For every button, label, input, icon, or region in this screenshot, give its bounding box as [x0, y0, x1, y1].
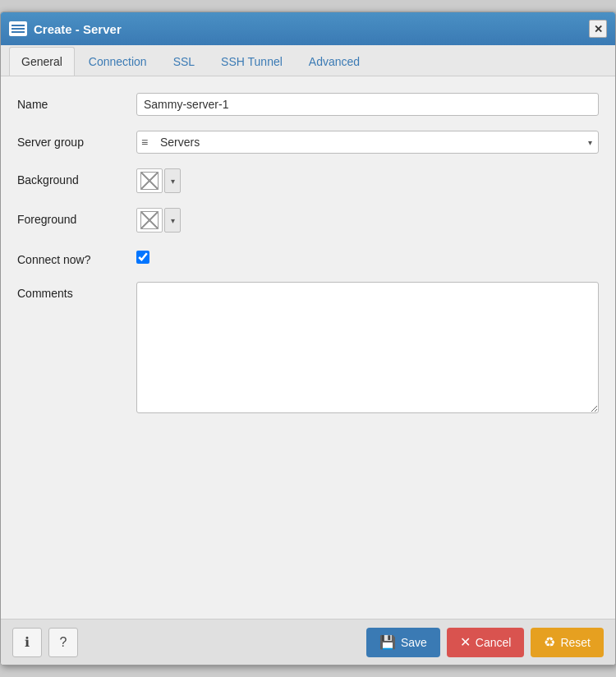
connect-now-checkbox[interactable]	[136, 251, 149, 264]
info-button[interactable]: ℹ	[12, 628, 42, 657]
reset-label: Reset	[560, 636, 591, 649]
save-button[interactable]: 💾 Save	[366, 628, 440, 657]
server-group-label: Server group	[17, 131, 136, 149]
server-group-select[interactable]: Servers	[136, 131, 599, 154]
name-row: Name	[17, 93, 599, 116]
title-bar-left: Create - Server	[9, 21, 122, 36]
background-color-swatch	[140, 172, 159, 190]
background-row: Background ▾	[17, 168, 599, 193]
cancel-button[interactable]: ✕ Cancel	[447, 628, 525, 657]
footer-left: ℹ ?	[12, 628, 78, 657]
name-label: Name	[17, 93, 136, 111]
save-label: Save	[401, 636, 427, 649]
comments-control	[136, 282, 599, 416]
cancel-label: Cancel	[476, 636, 512, 649]
background-color-box[interactable]	[136, 168, 163, 193]
tab-general[interactable]: General	[9, 47, 75, 76]
foreground-color-swatch	[140, 211, 159, 229]
create-server-window: Create - Server ✕ General Connection SSL…	[0, 12, 616, 665]
comments-label: Comments	[17, 282, 136, 300]
connect-now-checkbox-wrap	[136, 247, 599, 264]
title-bar: Create - Server ✕	[1, 12, 615, 45]
connect-now-row: Connect now?	[17, 247, 599, 267]
connect-now-control	[136, 247, 599, 264]
foreground-control: ▾	[136, 208, 599, 233]
server-group-row: Server group ≡ Servers ▾	[17, 131, 599, 154]
help-button[interactable]: ?	[48, 628, 78, 657]
foreground-color-picker: ▾	[136, 208, 599, 233]
tab-connection[interactable]: Connection	[76, 47, 159, 76]
server-group-control: ≡ Servers ▾	[136, 131, 599, 154]
footer: ℹ ? 💾 Save ✕ Cancel ♻ Reset	[1, 619, 615, 665]
save-icon: 💾	[379, 634, 396, 650]
connect-now-label: Connect now?	[17, 247, 136, 267]
tab-ssh-tunnel[interactable]: SSH Tunnel	[209, 47, 295, 76]
comments-row: Comments	[17, 282, 599, 416]
name-control	[136, 93, 599, 116]
foreground-label: Foreground	[17, 208, 136, 226]
server-icon	[9, 21, 27, 36]
background-color-picker: ▾	[136, 168, 599, 193]
server-group-select-wrapper: ≡ Servers ▾	[136, 131, 599, 154]
name-input[interactable]	[136, 93, 599, 116]
window-title: Create - Server	[34, 22, 122, 36]
cancel-icon: ✕	[460, 634, 471, 650]
comments-textarea[interactable]	[136, 282, 599, 413]
form-content: Name Server group ≡ Servers ▾ Background	[1, 76, 615, 619]
background-color-dropdown[interactable]: ▾	[164, 168, 181, 193]
background-label: Background	[17, 168, 136, 187]
close-button[interactable]: ✕	[589, 20, 607, 38]
tab-bar: General Connection SSL SSH Tunnel Advanc…	[1, 45, 615, 76]
tab-ssl[interactable]: SSL	[161, 47, 207, 76]
foreground-row: Foreground ▾	[17, 208, 599, 233]
foreground-color-dropdown[interactable]: ▾	[164, 208, 181, 233]
background-control: ▾	[136, 168, 599, 193]
reset-icon: ♻	[544, 634, 555, 650]
tab-advanced[interactable]: Advanced	[297, 47, 372, 76]
footer-right: 💾 Save ✕ Cancel ♻ Reset	[366, 628, 604, 657]
reset-button[interactable]: ♻ Reset	[531, 628, 604, 657]
foreground-color-box[interactable]	[136, 208, 163, 233]
